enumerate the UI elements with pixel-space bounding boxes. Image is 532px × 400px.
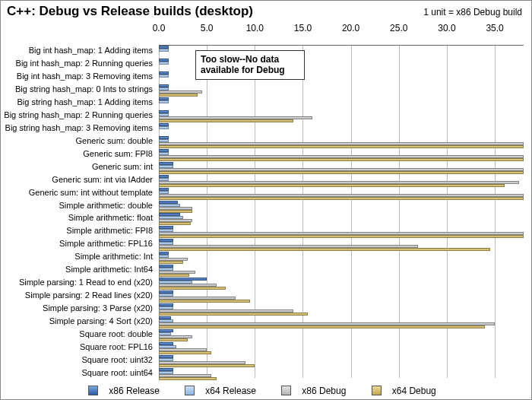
bar-series-3 [159, 287, 226, 290]
category-label: Big int hash_map: 1 Adding items [1, 46, 153, 55]
bar-row [159, 201, 524, 213]
bar-series-3 [159, 197, 524, 200]
tick-label: 5.0 [195, 23, 218, 33]
bar-row [159, 265, 524, 277]
category-label: Square root: uint32 [1, 355, 153, 364]
category-label: Generic sum: int [1, 162, 153, 171]
bar-series-3 [159, 261, 183, 264]
category-label: Big int hash_map: 3 Removing items [1, 71, 153, 81]
category-label: Big string hash_map: 2 Running queries [1, 110, 153, 119]
bar-series-3 [159, 158, 524, 161]
legend-item-1: x64 Release [185, 386, 264, 396]
bar-series-3 [159, 377, 217, 380]
category-label: Square root: FPL16 [1, 342, 153, 351]
category-label: Big int hash_map: 2 Running queries [1, 59, 153, 68]
bar-series-3 [159, 235, 524, 238]
bar-series-3 [159, 338, 188, 341]
bar-series-3 [159, 351, 211, 354]
bar-row [159, 252, 524, 264]
category-label: Simple arithmetic: Int [1, 252, 153, 261]
bar-series-3 [159, 325, 485, 329]
bar-row [159, 110, 524, 122]
bar-series-3 [159, 145, 524, 148]
category-label: Simple parsing: 4 Sort (x20) [1, 316, 153, 325]
category-label: Generic sum: int via IAdder [1, 175, 153, 184]
category-label: Simple parsing: 3 Parse (x20) [1, 303, 153, 313]
swatch-icon [185, 386, 195, 395]
bar-row [159, 342, 524, 354]
category-label: Big string hash_map: 1 Adding items [1, 97, 153, 106]
bar-series-3 [159, 313, 308, 316]
bar-series-3 [159, 274, 189, 277]
bar-series-3 [159, 184, 505, 187]
tick-label: 25.0 [388, 23, 410, 33]
category-label: Square root: double [1, 329, 153, 338]
bar-series-1 [159, 100, 169, 103]
bar-row [159, 290, 524, 303]
category-label: Simple arithmetic: Int64 [1, 265, 153, 274]
bar-row [159, 123, 524, 135]
tick-label: 15.0 [291, 23, 314, 33]
category-label: Generic sum: double [1, 136, 153, 145]
bar-series-1 [159, 126, 169, 129]
bar-series-3 [159, 210, 192, 213]
bar-row [159, 239, 524, 251]
bar-row [159, 368, 524, 380]
bar-row [159, 84, 524, 97]
chart-container: C++: Debug vs Release builds (desktop) 1… [0, 0, 532, 400]
legend-item-0: x86 Release [88, 386, 167, 396]
bar-row [159, 162, 524, 174]
bar-row [159, 316, 524, 329]
legend-item-3: x64 Debug [372, 386, 444, 396]
swatch-icon [372, 386, 382, 395]
bar-series-3 [159, 248, 490, 251]
legend-item-2: x86 Debug [281, 386, 353, 396]
legend: x86 Release x64 Release x86 Debug x64 De… [1, 386, 531, 396]
unit-note: 1 unit = x86 Debug build [423, 7, 522, 17]
bar-series-3 [159, 94, 198, 97]
bar-row [159, 226, 524, 238]
bar-row [159, 97, 524, 110]
tick-label: 10.0 [243, 23, 266, 33]
bar-series-3 [159, 364, 255, 367]
tick-label: 20.0 [340, 23, 363, 33]
bar-row [159, 213, 524, 225]
bar-row [159, 355, 524, 367]
bar-series-1 [159, 49, 169, 52]
category-label: Big string hash_map: 3 Removing items [1, 123, 153, 132]
category-label: Simple arithmetic: FPI8 [1, 226, 153, 235]
bar-series-1 [159, 62, 169, 65]
category-label: Simple parsing: 2 Read lines (x20) [1, 290, 153, 300]
bar-series-3 [159, 171, 524, 174]
bar-series-1 [159, 75, 169, 78]
swatch-icon [281, 386, 291, 395]
bar-row [159, 188, 524, 200]
tick-label: 0.0 [147, 23, 170, 33]
bar-row [159, 149, 524, 161]
bar-row [159, 303, 524, 316]
category-label: Generic sum: FPI8 [1, 149, 153, 158]
chart-title: C++: Debug vs Release builds (desktop) [7, 4, 253, 19]
bar-row [159, 175, 524, 187]
category-label: Big string hash_map: 0 Ints to strings [1, 84, 153, 94]
plot-area: Too slow--No data available for Debug 0.… [159, 45, 524, 378]
category-label: Simple arithmetic: float [1, 213, 153, 222]
category-label: Square root: uint64 [1, 368, 153, 377]
tick-label: 35.0 [483, 23, 506, 33]
swatch-icon [88, 386, 98, 395]
bar-series-3 [159, 300, 250, 303]
category-label: Simple arithmetic: double [1, 201, 153, 210]
bar-series-3 [159, 119, 293, 122]
tick-label: 30.0 [435, 23, 458, 33]
bar-row [159, 136, 524, 148]
category-label: Simple arithmetic: FPL16 [1, 239, 153, 248]
category-label: Simple parsing: 1 Read to end (x20) [1, 278, 153, 287]
category-label: Generic sum: int without template [1, 188, 153, 197]
bar-series-3 [159, 222, 191, 225]
callout-box: Too slow--No data available for Debug [195, 50, 305, 80]
bar-row [159, 278, 524, 290]
bar-row [159, 329, 524, 341]
